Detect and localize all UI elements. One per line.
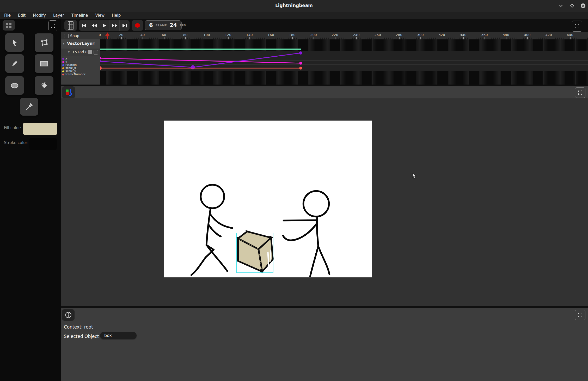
- ellipse-tool-button[interactable]: [5, 76, 24, 95]
- ruler-major-tick: [356, 37, 357, 39]
- menu-help[interactable]: Help: [108, 12, 124, 19]
- film-panel-button[interactable]: [64, 20, 77, 31]
- transport-controls: [79, 20, 130, 31]
- info-panel-button[interactable]: [62, 309, 75, 321]
- frame-counter[interactable]: 6 FRAME 24 FPS: [145, 20, 182, 30]
- timeline-expand-button[interactable]: [572, 21, 582, 32]
- close-button[interactable]: [579, 2, 587, 9]
- layer-span-bar[interactable]: [100, 49, 301, 50]
- stage-area[interactable]: [61, 98, 588, 306]
- chevron-down-icon[interactable]: ▾: [63, 42, 64, 45]
- pencil-tool-button[interactable]: [5, 54, 24, 73]
- ruler-minor-tick: [157, 38, 158, 39]
- record-button[interactable]: [132, 20, 143, 31]
- ruler-label: 20: [119, 33, 124, 37]
- layer-name: VectorLayer: [67, 41, 94, 46]
- maximize-button[interactable]: [568, 2, 576, 9]
- layer-row-object[interactable]: ▾ 151ad70a... ~: [61, 49, 100, 56]
- snap-checkbox[interactable]: [64, 34, 69, 38]
- ruler-minor-tick: [140, 38, 141, 39]
- expand-icon: [578, 313, 582, 317]
- keyframe-dot-x[interactable]: [299, 51, 302, 55]
- ruler-minor-tick: [431, 38, 432, 39]
- ruler-minor-tick: [465, 38, 466, 39]
- keyframe-dot-x[interactable]: [100, 60, 101, 63]
- playhead[interactable]: [105, 32, 109, 39]
- left-stick-figure[interactable]: [191, 185, 232, 275]
- right-stick-figure[interactable]: [283, 191, 329, 276]
- property-color-dot: [62, 61, 64, 63]
- ruler-minor-tick: [450, 38, 451, 39]
- menu-modify[interactable]: Modify: [29, 12, 50, 19]
- keyframe-dot-x[interactable]: [191, 65, 195, 69]
- tools-expand-button[interactable]: [48, 20, 57, 31]
- expand-icon: [578, 91, 582, 95]
- ruler-minor-tick: [422, 38, 423, 39]
- menu-file[interactable]: File: [1, 12, 14, 19]
- tools-divider: [2, 119, 59, 119]
- ruler-minor-tick: [119, 38, 120, 39]
- select-tool-button[interactable]: [5, 33, 24, 52]
- box-object[interactable]: [236, 230, 273, 273]
- rectangle-tool-button[interactable]: [35, 54, 53, 73]
- stage-panel-button[interactable]: [62, 86, 75, 98]
- skip-to-start-button[interactable]: [79, 20, 89, 31]
- paint-bucket-tool-button[interactable]: [35, 76, 53, 95]
- stage-expand-button[interactable]: [575, 87, 585, 98]
- fill-color-swatch[interactable]: [23, 123, 57, 135]
- ruler-minor-tick: [203, 38, 203, 39]
- skip-to-end-button[interactable]: [120, 20, 130, 31]
- ruler-minor-tick: [149, 38, 150, 39]
- ellipse-icon: [10, 82, 19, 89]
- menu-layer[interactable]: Layer: [50, 12, 68, 19]
- ruler-minor-tick: [288, 38, 289, 39]
- inspector-expand-button[interactable]: [575, 310, 585, 320]
- ruler-minor-tick: [254, 38, 254, 39]
- property-color-dot: [62, 70, 64, 72]
- ruler-minor-tick: [189, 38, 190, 39]
- keyframe-dot-y[interactable]: [299, 62, 302, 65]
- ruler-minor-tick: [346, 38, 346, 39]
- menu-view[interactable]: View: [91, 12, 108, 19]
- rewind-button[interactable]: [89, 20, 99, 31]
- context-text: Context: root: [64, 324, 93, 330]
- ruler-minor-tick: [175, 38, 175, 39]
- menu-edit[interactable]: Edit: [14, 12, 29, 19]
- play-button[interactable]: [99, 20, 109, 31]
- layer-visibility-button[interactable]: [88, 50, 92, 54]
- drawing-canvas[interactable]: [164, 121, 372, 277]
- selected-object-dropdown[interactable]: box: [100, 332, 137, 339]
- keyframe-dot-frameNumber[interactable]: [100, 66, 102, 70]
- layer-row-vectorlayer[interactable]: ▾ VectorLayer [L]: [61, 39, 100, 49]
- ruler-minor-tick: [155, 38, 156, 39]
- ruler-major-tick: [228, 37, 229, 39]
- chevron-down-icon[interactable]: ▾: [68, 50, 70, 54]
- ruler-minor-tick: [111, 38, 111, 39]
- menu-timeline[interactable]: Timeline: [68, 12, 92, 19]
- keyframe-dot-frameNumber[interactable]: [299, 67, 302, 70]
- transform-tool-button[interactable]: [35, 33, 53, 52]
- stroke-color-swatch[interactable]: [29, 138, 57, 150]
- layer-tween-button[interactable]: ~: [94, 50, 98, 55]
- keyframe-dot-y[interactable]: [100, 57, 101, 59]
- curve-area[interactable]: [100, 51, 588, 71]
- ruler-minor-tick: [551, 38, 551, 39]
- frame-value[interactable]: 6: [149, 22, 153, 28]
- record-icon: [135, 23, 140, 28]
- ruler-major-tick: [378, 37, 378, 39]
- fps-value[interactable]: 24: [169, 22, 177, 28]
- fast-forward-button[interactable]: [109, 20, 120, 31]
- frame-track-lower[interactable]: [100, 71, 588, 85]
- ruler-minor-tick: [478, 38, 479, 39]
- ruler-minor-tick: [538, 38, 538, 39]
- eyedropper-tool-button[interactable]: [20, 98, 38, 116]
- timeline-ruler[interactable]: 0204060801001201401601802002202402602803…: [100, 32, 588, 39]
- ruler-label: 0: [99, 33, 101, 37]
- ruler-major-tick: [399, 37, 400, 39]
- property-name: frameNumber: [65, 73, 85, 76]
- property-frameNumber[interactable]: frameNumber: [61, 73, 100, 76]
- minimize-button[interactable]: [557, 2, 565, 9]
- ruler-minor-tick: [222, 38, 222, 39]
- ruler-minor-tick: [487, 38, 487, 39]
- panel-grid-button[interactable]: [3, 20, 15, 31]
